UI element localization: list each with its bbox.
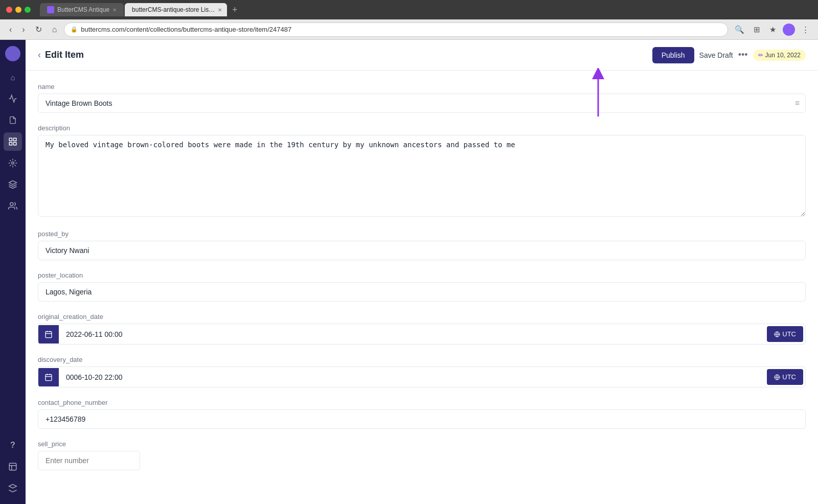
sidebar-item-integrations[interactable] <box>4 154 22 172</box>
field-name: name ≡ <box>38 83 806 113</box>
tab-2[interactable]: butterCMS-antique-store Lis… ✕ <box>125 3 227 16</box>
sidebar: ⌂ <box>0 40 26 504</box>
discovery-date-input[interactable] <box>59 368 765 386</box>
maximize-traffic-light[interactable] <box>25 7 31 13</box>
sidebar-item-activity[interactable] <box>4 89 22 108</box>
label-sell-price: sell_price <box>38 440 806 448</box>
sidebar-item-users[interactable] <box>4 197 22 215</box>
browser-window: ButterCMS Antique ✕ butterCMS-antique-st… <box>0 0 818 504</box>
poster-location-input[interactable] <box>38 282 806 302</box>
pencil-icon: ✏ <box>758 52 763 59</box>
label-contact-phone: contact_phone_number <box>38 399 806 406</box>
page-header: ‹ Edit Item Publish Save Draft ••• ✏ Jun… <box>26 40 818 71</box>
back-to-list-button[interactable]: ‹ <box>38 50 41 60</box>
original-creation-date-row: UTC <box>38 324 806 345</box>
svg-rect-3 <box>14 143 16 145</box>
date-label: Jun 10, 2022 <box>765 52 801 59</box>
name-input-wrapper: ≡ <box>38 94 806 113</box>
svg-point-6 <box>10 202 13 205</box>
back-button[interactable]: ‹ <box>6 23 15 36</box>
field-contact-phone: contact_phone_number <box>38 399 806 429</box>
tab-2-close[interactable]: ✕ <box>218 7 222 13</box>
header-actions: Publish Save Draft ••• ✏ Jun 10, 2022 <box>652 47 806 63</box>
close-traffic-light[interactable] <box>6 7 12 13</box>
main-content: ‹ Edit Item Publish Save Draft ••• ✏ Jun… <box>26 40 818 504</box>
tab-1-favicon <box>47 6 54 13</box>
header-wrapper: ‹ Edit Item Publish Save Draft ••• ✏ Jun… <box>26 40 818 71</box>
nav-icons: 🔍 ⊞ ★ ⋮ <box>732 24 812 36</box>
field-discovery-date: discovery_date UTC <box>38 356 806 387</box>
sidebar-avatar[interactable] <box>5 46 20 61</box>
search-nav-button[interactable]: 🔍 <box>732 24 747 36</box>
address-text: buttercms.com/content/collections/butter… <box>81 26 721 33</box>
contact-phone-input[interactable] <box>38 409 806 429</box>
label-poster-location: poster_location <box>38 271 806 279</box>
sidebar-bottom: ? <box>4 436 22 498</box>
home-button[interactable]: ⌂ <box>49 23 60 36</box>
traffic-lights <box>6 7 31 13</box>
sidebar-item-grid[interactable] <box>4 132 22 151</box>
description-textarea[interactable]: My beloved vintage brown-colored boots w… <box>38 135 806 217</box>
discovery-date-utc-button[interactable]: UTC <box>767 369 803 385</box>
page-title: Edit Item <box>45 50 84 60</box>
label-description: description <box>38 124 806 132</box>
save-draft-button[interactable]: Save Draft <box>699 51 733 59</box>
discovery-date-row: UTC <box>38 366 806 387</box>
svg-marker-10 <box>9 485 17 489</box>
original-creation-date-calendar-button[interactable] <box>38 325 59 343</box>
bookmark-button[interactable]: ★ <box>767 24 779 36</box>
sidebar-item-stack[interactable] <box>4 479 22 497</box>
field-posted-by: posted_by <box>38 230 806 260</box>
app-layout: ⌂ <box>0 40 818 504</box>
form-area: name ≡ description My beloved vintage br… <box>26 71 818 504</box>
original-creation-date-utc-button[interactable]: UTC <box>767 326 803 342</box>
more-options-button[interactable]: ••• <box>738 50 748 60</box>
tabs-row: ButterCMS Antique ✕ butterCMS-antique-st… <box>40 3 706 16</box>
svg-rect-13 <box>46 331 52 337</box>
label-posted-by: posted_by <box>38 230 806 238</box>
sell-price-input[interactable] <box>38 451 140 470</box>
titlebar: ButterCMS Antique ✕ butterCMS-antique-st… <box>0 0 818 19</box>
new-tab-button[interactable]: + <box>228 5 242 15</box>
svg-rect-19 <box>46 374 52 380</box>
svg-point-4 <box>12 162 14 165</box>
menu-button[interactable]: ⋮ <box>799 24 812 36</box>
svg-rect-7 <box>9 463 16 470</box>
refresh-button[interactable]: ↻ <box>32 22 45 36</box>
lock-icon: 🔒 <box>71 26 78 33</box>
posted-by-input[interactable] <box>38 241 806 260</box>
sidebar-item-document[interactable] <box>4 111 22 129</box>
field-poster-location: poster_location <box>38 271 806 302</box>
discovery-date-calendar-button[interactable] <box>38 368 59 386</box>
tab-2-label: butterCMS-antique-store Lis… <box>132 6 215 13</box>
field-description: description My beloved vintage brown-col… <box>38 124 806 219</box>
nav-bar: ‹ › ↻ ⌂ 🔒 buttercms.com/content/collecti… <box>0 19 818 40</box>
label-original-creation-date: original_creation_date <box>38 313 806 320</box>
sidebar-item-help[interactable]: ? <box>4 436 22 454</box>
address-bar[interactable]: 🔒 buttercms.com/content/collections/butt… <box>64 22 728 37</box>
extensions-button[interactable]: ⊞ <box>751 24 763 36</box>
svg-marker-5 <box>9 181 17 185</box>
original-creation-date-input[interactable] <box>59 325 765 343</box>
sidebar-item-home[interactable]: ⌂ <box>4 68 22 86</box>
label-name: name <box>38 83 806 90</box>
name-field-icon: ≡ <box>795 99 800 108</box>
sidebar-item-console[interactable] <box>4 457 22 476</box>
forward-button[interactable]: › <box>19 23 28 36</box>
svg-rect-0 <box>9 138 12 141</box>
svg-rect-1 <box>14 138 16 141</box>
field-original-creation-date: original_creation_date UTC <box>38 313 806 345</box>
label-discovery-date: discovery_date <box>38 356 806 363</box>
sidebar-item-layers[interactable] <box>4 175 22 194</box>
publish-button[interactable]: Publish <box>652 47 694 63</box>
tab-1-label: ButterCMS Antique <box>57 6 109 13</box>
svg-rect-2 <box>9 143 12 145</box>
field-sell-price: sell_price <box>38 440 806 470</box>
name-input[interactable] <box>38 94 806 113</box>
tab-1[interactable]: ButterCMS Antique ✕ <box>40 3 124 16</box>
profile-avatar[interactable] <box>783 24 795 36</box>
tab-1-close[interactable]: ✕ <box>112 7 117 13</box>
minimize-traffic-light[interactable] <box>15 7 21 13</box>
date-badge: ✏ Jun 10, 2022 <box>753 50 806 61</box>
